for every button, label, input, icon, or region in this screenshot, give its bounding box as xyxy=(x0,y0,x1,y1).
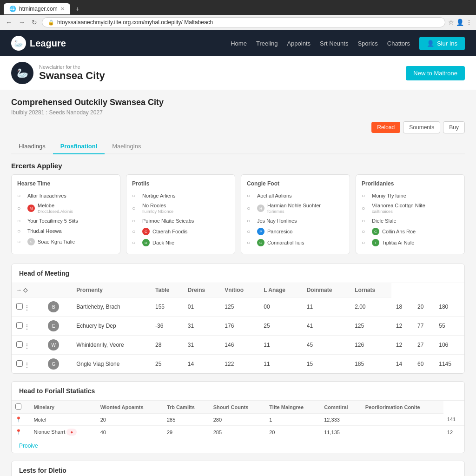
row-checkbox[interactable] xyxy=(16,322,23,329)
cell-name: Gngle Viag Slone xyxy=(72,355,151,374)
table-row: ⋮ W Whinldenrily, Veore 28 31 146 11 45 … xyxy=(12,336,464,355)
event-item: ○Triud.al Heewa xyxy=(17,226,114,236)
avatar: E xyxy=(48,320,59,331)
club-info: Newclairier for the Swansea City xyxy=(39,64,105,82)
head-to-forall-table: Mineiary Wionted Apoamts Trb Camlits Sho… xyxy=(12,401,464,438)
event-item: ○Vilanorea Cicottgn Nlitecailtinaices xyxy=(362,201,459,216)
select-all-checkbox[interactable] xyxy=(15,403,21,410)
nav-link-appoints[interactable]: Appoints xyxy=(287,40,311,47)
event-card-1-title: Protils xyxy=(132,180,229,187)
event-card-2-title: Congle Foot xyxy=(247,180,344,187)
circle-icon: ○ xyxy=(362,218,369,224)
col-dreins: Dreins xyxy=(183,283,220,298)
circle-icon: ○ xyxy=(362,228,369,235)
tab-title: htrnimager.com xyxy=(19,6,58,12)
event-item: ○Nortige Arliens xyxy=(132,191,229,201)
event-item: ○Diele Slale xyxy=(362,216,459,226)
avatar: D xyxy=(142,239,150,246)
head-to-forall-section: Head to Foriall Statiatics Mineiary Wion… xyxy=(11,381,465,453)
event-item: ○Jos Nay Honlines xyxy=(247,216,344,226)
nav-link-chattors[interactable]: Chattors xyxy=(387,40,410,47)
head-of-meeting-table: → ◇ Prornenty Table Dreins Vnitioo L Ana… xyxy=(12,283,464,373)
col-checkbox xyxy=(12,401,30,414)
club-subtitle: Newclairier for the xyxy=(39,64,105,70)
row-checkbox[interactable] xyxy=(16,360,23,367)
circle-icon: ○ xyxy=(132,228,139,235)
forward-button[interactable]: → xyxy=(17,18,27,27)
circle-icon: ○ xyxy=(132,239,139,246)
browser-tab[interactable]: 🌐 htrnimager.com ✕ xyxy=(4,3,70,14)
reload-button[interactable]: Reload xyxy=(371,122,400,133)
browser-chrome: 🌐 htrnimager.com ✕ + xyxy=(0,0,476,15)
row-checkbox[interactable] xyxy=(16,303,23,310)
location-icon: 📍 xyxy=(15,429,22,435)
event-card-2: Congle Foot ○Aoct all Aolions ○HHarmian … xyxy=(241,174,350,254)
location-icon: 📍 xyxy=(15,416,22,422)
avatar: B xyxy=(48,301,59,312)
tabs: Hlaadings Prosfinationl Maelinglns xyxy=(11,139,465,154)
col-table: Table xyxy=(151,283,183,298)
avatar: H xyxy=(257,205,264,212)
events-section-title: Ercerts Appliey xyxy=(11,162,465,170)
lock-icon: 🔒 xyxy=(48,20,54,26)
col-vnitioo: Vnitioo xyxy=(220,283,259,298)
col-empty xyxy=(43,283,72,298)
col-l-anage: L Anage xyxy=(259,283,302,298)
col-prornenty: Prornenty xyxy=(72,283,151,298)
preview-link[interactable]: Prooive xyxy=(19,443,38,449)
lests-section-title: Lests for Dletio xyxy=(12,461,464,476)
how-to-button[interactable]: New to Maitrone xyxy=(406,66,465,80)
circle-icon: ○ xyxy=(17,238,25,245)
tab-close-icon[interactable]: ✕ xyxy=(60,6,65,12)
tab-prosfinationl[interactable]: Prosfinationl xyxy=(53,139,105,154)
tab-hlaadings[interactable]: Hlaadings xyxy=(11,139,53,154)
table-row: ⋮ G Gngle Viag Slone 25 14 122 11 15 185… xyxy=(12,355,464,374)
event-item: ○Your Tocailimcy 5 Siits xyxy=(17,216,114,226)
nav-link-srt[interactable]: Srt Neunts xyxy=(320,40,348,47)
profile-button[interactable]: 👤 xyxy=(456,19,464,26)
address-bar[interactable]: 🔒 htoyssalaanechmyicity.ilte.org.com/myh… xyxy=(42,17,445,27)
menu-button[interactable]: ⋮ xyxy=(466,19,472,26)
page-subtitle: Ibuibly 20281 : Seeds Nanoday 2027 xyxy=(11,109,465,116)
table-row: 📍 Motel 20 285 280 1 12,333 141 xyxy=(12,414,464,426)
signin-button[interactable]: 👤 Slur Ins xyxy=(419,37,465,50)
status-badge: ● xyxy=(66,429,77,436)
buy-button[interactable]: Buy xyxy=(443,121,465,133)
col-trb: Trb Camlits xyxy=(163,401,210,414)
table-row: ⋮ E Echuery by Dep -36 31 176 25 41 125 … xyxy=(12,317,464,336)
back-button[interactable]: ← xyxy=(4,18,14,27)
circle-icon: ○ xyxy=(132,218,139,224)
row-checkbox[interactable] xyxy=(16,341,23,348)
event-item: ○Moniy Tfy luine xyxy=(362,191,459,201)
col-shourl: Shourl Counts xyxy=(210,401,266,414)
new-tab-button[interactable]: + xyxy=(72,3,83,15)
sources-button[interactable]: Souments xyxy=(403,121,440,133)
browser-bar: ← → ↻ 🔒 htoyssalaanechmyicity.ilte.org.c… xyxy=(0,15,476,30)
nav-link-home[interactable]: Home xyxy=(231,40,247,47)
refresh-button[interactable]: ↻ xyxy=(30,18,39,27)
col-tiite: Tiite Maingree xyxy=(265,401,320,414)
main-content: Comprehensed Outckily Swansea City Ibuib… xyxy=(0,90,476,476)
cell-name: Bartleheby, Brach xyxy=(72,298,151,317)
event-item: ○Altor Inacachives xyxy=(17,191,114,201)
event-item: ○CCollin Ans Roe xyxy=(362,226,459,237)
table-row: ⋮ B Bartleheby, Brach 155 01 125 00 11 2… xyxy=(12,298,464,317)
nav-link-sporics[interactable]: Sporics xyxy=(357,40,377,47)
main-nav: 🦢 Leagure Home Treeling Appoints Srt Neu… xyxy=(0,30,476,56)
club-logo: 🦢 xyxy=(11,62,33,84)
lests-section: Lests for Dletio — ◇ Ortoranolif 🏃 Try c… xyxy=(11,461,465,476)
club-info-section: 🦢 Newclairier for the Swansea City xyxy=(11,62,105,84)
circle-icon: ○ xyxy=(247,239,254,246)
head-to-forall-title: Head to Foriall Statiatics xyxy=(12,382,464,401)
tab-maelinglns[interactable]: Maelinglns xyxy=(105,139,148,154)
event-card-1: Protils ○Nortige Arliens ○No RoolesIluim… xyxy=(126,174,235,254)
nav-logo: 🦢 Leagure xyxy=(11,36,66,51)
head-of-meeting-title: Head of Meeting xyxy=(12,264,464,283)
nav-link-treeling[interactable]: Treeling xyxy=(256,40,278,47)
page-title: Comprehensed Outckily Swansea City xyxy=(11,98,465,107)
cell-name: Whinldenrily, Veore xyxy=(72,336,151,355)
events-grid: Hearse Time ○Altor Inacachives ○MMelobeD… xyxy=(11,174,465,254)
bookmark-button[interactable]: ☆ xyxy=(448,19,454,26)
circle-icon: ○ xyxy=(17,192,25,199)
col-peorl: Peorllorimation Conite xyxy=(362,401,443,414)
